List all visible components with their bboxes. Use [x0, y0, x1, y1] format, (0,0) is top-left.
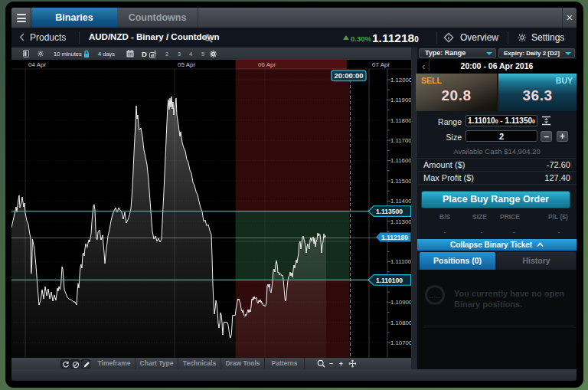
svg-text:07 Apr: 07 Apr [372, 61, 390, 68]
svg-text:1.110100: 1.110100 [376, 277, 403, 284]
svg-text:06 Apr: 06 Apr [258, 61, 276, 68]
svg-text:1.11700: 1.11700 [390, 137, 411, 144]
svg-text:1.12000: 1.12000 [390, 77, 411, 84]
svg-text:1.113500: 1.113500 [376, 208, 403, 215]
svg-text:04 Apr: 04 Apr [28, 61, 46, 68]
svg-text:20:00:00: 20:00:00 [334, 71, 363, 80]
svg-text:1.11800: 1.11800 [390, 117, 411, 124]
svg-text:1.11500: 1.11500 [390, 178, 411, 185]
svg-text:1.11300: 1.11300 [390, 218, 411, 225]
svg-text:1.11100: 1.11100 [390, 258, 411, 265]
svg-text:1.11600: 1.11600 [390, 157, 411, 164]
svg-text:1.11900: 1.11900 [390, 97, 411, 103]
svg-text:1.10700: 1.10700 [390, 339, 411, 346]
svg-text:1.10900: 1.10900 [390, 299, 411, 306]
svg-text:05 Apr: 05 Apr [178, 61, 195, 68]
svg-text:1.112180: 1.112180 [381, 234, 408, 241]
svg-text:1.10800: 1.10800 [390, 320, 411, 326]
svg-text:1.11400: 1.11400 [390, 198, 411, 205]
